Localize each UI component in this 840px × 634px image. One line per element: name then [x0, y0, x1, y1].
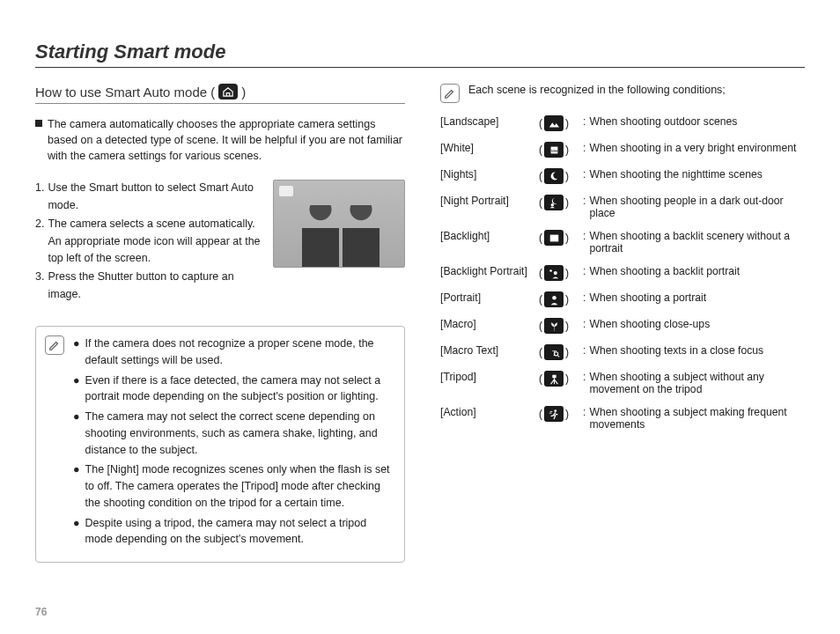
list-item: ●Despite using a tripod, the camera may …: [73, 515, 394, 549]
scene-desc: When shooting outdoor scenes: [589, 115, 737, 128]
scene-name: [Tripod]: [440, 371, 539, 383]
backlight-icon: [544, 230, 564, 246]
portrait-icon: [544, 291, 564, 307]
scene-desc: When shooting people in a dark out-door …: [589, 195, 805, 219]
scene-name: [White]: [440, 142, 539, 154]
intro-paragraph: The camera automatically chooses the app…: [35, 116, 405, 164]
page-number: 76: [35, 606, 47, 618]
scene-name: [Landscape]: [440, 115, 539, 128]
macro-text-icon: [544, 344, 564, 360]
action-icon: [544, 406, 564, 422]
scene-name: [Backlight]: [440, 230, 539, 242]
screen-preview-illustration: [273, 180, 405, 268]
page-title: Starting Smart mode: [35, 41, 805, 68]
scene-name: [Macro Text]: [440, 344, 539, 357]
subhead-text-a: How to use Smart Auto mode (: [35, 85, 215, 100]
right-column: Each scene is recognized in the followin…: [440, 84, 805, 563]
list-item: ●Even if there is a face detected, the c…: [73, 372, 394, 406]
list-item: ●The [Night] mode recognizes scenes only…: [73, 461, 394, 511]
table-row: [Macro]():When shooting close-ups: [440, 318, 805, 334]
scene-desc: When shooting a backlit scenery without …: [589, 230, 805, 254]
list-item: 2.The camera selects a scene automatical…: [35, 216, 261, 267]
list-item: ●If the camera does not recognize a prop…: [73, 335, 394, 369]
table-row: [Portrait]():When shooting a portrait: [440, 291, 805, 307]
scene-table: [Landscape]():When shooting outdoor scen…: [440, 115, 805, 431]
scene-name: [Macro]: [440, 318, 539, 330]
macro-icon: [544, 318, 564, 334]
nights-icon: [544, 168, 564, 184]
landscape-icon: [544, 115, 564, 131]
list-item: ●The camera may not select the correct s…: [73, 409, 394, 458]
scene-name: [Action]: [440, 406, 539, 418]
scene-name: [Portrait]: [440, 291, 539, 304]
note-icon: [45, 335, 64, 355]
steps-list: 1.Use the Smart button to select Smart A…: [35, 180, 261, 305]
table-row: [White]():When shooting in a very bright…: [440, 142, 805, 158]
backlight-portrait-icon: [544, 265, 564, 281]
bullet-square-icon: [35, 120, 42, 127]
notes-list: ●If the camera does not recognize a prop…: [73, 335, 394, 551]
table-row: [Night Portrait]():When shooting people …: [440, 195, 805, 219]
table-row: [Landscape]():When shooting outdoor scen…: [440, 115, 805, 131]
scene-desc: When shooting a backlit portrait: [589, 265, 740, 277]
table-row: [Nights]():When shooting the nighttime s…: [440, 168, 805, 184]
scenes-heading-row: Each scene is recognized in the followin…: [440, 84, 805, 103]
scene-desc: When shooting texts in a close focus: [589, 344, 763, 357]
tripod-icon: [544, 371, 564, 387]
table-row: [Backlight]():When shooting a backlit sc…: [440, 230, 805, 254]
scene-name: [Nights]: [440, 168, 539, 181]
table-row: [Backlight Portrait]():When shooting a b…: [440, 265, 805, 281]
scene-name: [Backlight Portrait]: [440, 265, 539, 277]
scene-desc: When shooting a subject making frequent …: [589, 406, 805, 431]
table-row: [Macro Text]():When shooting texts in a …: [440, 344, 805, 360]
subhead-text-b: ): [241, 85, 246, 100]
left-column: How to use Smart Auto mode ( ) The camer…: [35, 84, 405, 563]
scene-name: [Night Portrait]: [440, 195, 539, 207]
list-item: 1.Use the Smart button to select Smart A…: [35, 180, 261, 214]
note-box: ●If the camera does not recognize a prop…: [35, 326, 405, 563]
scene-desc: When shooting in a very bright environme…: [589, 142, 796, 154]
scenes-heading: Each scene is recognized in the followin…: [468, 84, 726, 96]
scene-desc: When shooting close-ups: [589, 318, 710, 330]
list-item: 3.Press the Shutter button to capture an…: [35, 269, 261, 303]
smart-auto-icon: [218, 84, 238, 100]
intro-text: The camera automatically chooses the app…: [48, 116, 405, 164]
subheading: How to use Smart Auto mode ( ): [35, 84, 405, 104]
night-portrait-icon: [544, 195, 564, 210]
scene-desc: When shooting the nighttime scenes: [589, 168, 762, 181]
scene-desc: When shooting a portrait: [589, 291, 706, 304]
note-icon: [440, 84, 460, 103]
table-row: [Tripod]():When shooting a subject witho…: [440, 371, 805, 395]
scene-desc: When shooting a subject without any move…: [589, 371, 805, 395]
white-icon: [544, 142, 564, 158]
table-row: [Action]():When shooting a subject makin…: [440, 406, 805, 431]
